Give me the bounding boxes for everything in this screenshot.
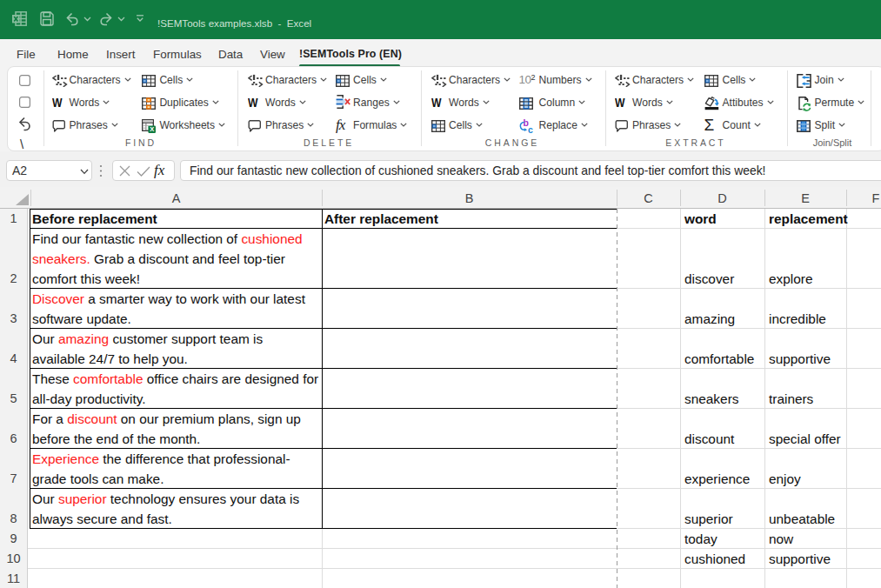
svg-text:X: X (150, 125, 155, 133)
svg-text:c: c (528, 124, 533, 133)
